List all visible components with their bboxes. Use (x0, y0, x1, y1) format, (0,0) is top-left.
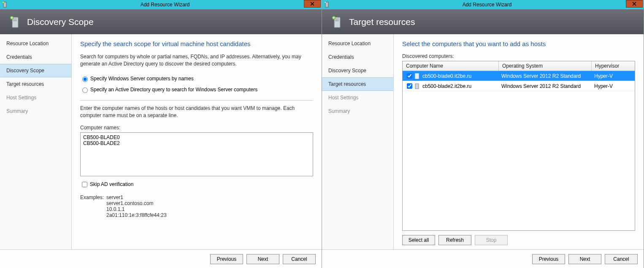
wizard-steps-sidebar: Resource LocationCredentialsDiscovery Sc… (322, 34, 394, 249)
table-header: Computer Name Operating System Hyperviso… (403, 61, 635, 71)
cell-hypervisor: Hyper-V (594, 83, 613, 89)
col-header-os[interactable]: Operating System (499, 61, 592, 71)
cancel-button[interactable]: Cancel (283, 254, 316, 264)
row-checkbox[interactable] (407, 83, 412, 89)
wizard-step[interactable]: Credentials (322, 50, 393, 64)
wizard-step[interactable]: Discovery Scope (0, 64, 71, 77)
wizard-step[interactable]: Target resources (0, 77, 71, 91)
examples-list: server1 server1.contoso.com 10.0.1.1 2a0… (106, 194, 167, 218)
svg-rect-19 (335, 19, 339, 19)
page-heading: Select the computers that you want to ad… (402, 40, 635, 47)
cell-computer-name: cb500-blade0.it2be.ru (422, 73, 471, 79)
close-button[interactable] (626, 0, 643, 8)
divider (80, 100, 313, 101)
server-add-icon (331, 16, 342, 28)
wizard-steps-sidebar: Resource LocationCredentialsDiscovery Sc… (0, 34, 72, 249)
svg-rect-24 (415, 74, 419, 79)
page-heading: Specify the search scope for virtual mac… (80, 40, 313, 47)
table-row[interactable]: cb500-blade0.it2be.ruWindows Server 2012… (403, 71, 635, 81)
discovered-label: Discovered computers: (402, 53, 635, 59)
cell-hypervisor: Hyper-V (594, 73, 613, 79)
svg-rect-7 (13, 19, 17, 19)
computer-names-input[interactable] (80, 132, 313, 176)
next-button[interactable]: Next (246, 254, 279, 264)
previous-button[interactable]: Previous (210, 254, 243, 264)
radio-label: Specify Windows Server computers by name… (90, 76, 194, 82)
wizard-header: Discovery Scope (0, 9, 322, 34)
header-title: Target resources (349, 17, 415, 27)
header-title: Discovery Scope (27, 17, 94, 27)
main-panel: Select the computers that you want to ad… (394, 34, 644, 249)
wizard-step: Summary (0, 104, 71, 118)
row-checkbox[interactable] (407, 73, 412, 79)
server-icon (414, 73, 420, 79)
wizard-step: Host Settings (0, 91, 71, 104)
table-body: cb500-blade0.it2be.ruWindows Server 2012… (403, 71, 635, 230)
previous-button[interactable]: Previous (532, 254, 565, 264)
wizard-window-target-resources: Add Resource Wizard Target resources Res… (322, 0, 644, 268)
radio-input[interactable] (82, 88, 88, 93)
wizard-footer: Previous Next Cancel (0, 249, 322, 268)
discovered-computers-table: Computer Name Operating System Hyperviso… (402, 61, 635, 231)
svg-rect-8 (13, 20, 17, 21)
app-icon (324, 1, 330, 8)
radio-specify-names[interactable]: Specify Windows Server computers by name… (80, 75, 313, 82)
col-header-name[interactable]: Computer Name (403, 61, 499, 71)
stop-button: Stop (475, 235, 508, 245)
examples-label: Examples: (80, 194, 106, 218)
window-title: Add Resource Wizard (330, 2, 644, 8)
wizard-window-discovery-scope: Add Resource Wizard Discovery Scope Reso… (0, 0, 322, 268)
window-title: Add Resource Wizard (8, 2, 322, 8)
next-button[interactable]: Next (568, 254, 601, 264)
svg-rect-0 (3, 2, 6, 7)
wizard-step[interactable]: Credentials (0, 50, 71, 64)
wizard-step[interactable]: Target resources (322, 77, 393, 91)
instruction-text: Enter the computer names of the hosts or… (80, 105, 313, 120)
wizard-footer: Previous Next Cancel (322, 249, 644, 268)
radio-ad-query[interactable]: Specify an Active Directory query to sea… (80, 86, 313, 93)
checkbox-label: Skip AD verification (90, 181, 133, 187)
main-panel: Specify the search scope for virtual mac… (72, 34, 322, 249)
radio-input[interactable] (82, 77, 88, 82)
server-add-icon (9, 16, 20, 28)
svg-rect-20 (335, 20, 339, 21)
select-all-button[interactable]: Select all (402, 235, 435, 245)
server-icon (414, 83, 420, 89)
wizard-step[interactable]: Resource Location (0, 37, 71, 50)
titlebar[interactable]: Add Resource Wizard (322, 0, 644, 9)
cell-computer-name: cb500-blade2.it2be.ru (422, 83, 471, 89)
wizard-step[interactable]: Resource Location (322, 37, 393, 50)
skip-ad-checkbox[interactable]: Skip AD verification (80, 180, 313, 189)
titlebar[interactable]: Add Resource Wizard (0, 0, 322, 9)
svg-rect-25 (415, 84, 419, 89)
refresh-button[interactable]: Refresh (438, 235, 471, 245)
close-button[interactable] (304, 0, 321, 8)
page-description: Search for computers by whole or partial… (80, 53, 313, 68)
cell-os: Windows Server 2012 R2 Standard (501, 73, 581, 79)
table-row[interactable]: cb500-blade2.it2be.ruWindows Server 2012… (403, 81, 635, 91)
wizard-step: Host Settings (322, 91, 393, 104)
svg-rect-12 (325, 2, 328, 7)
checkbox-input[interactable] (82, 182, 87, 187)
radio-label: Specify an Active Directory query to sea… (90, 87, 257, 93)
cancel-button[interactable]: Cancel (605, 254, 638, 264)
wizard-step[interactable]: Discovery Scope (322, 64, 393, 77)
computer-names-label: Computer names: (80, 125, 313, 131)
app-icon (2, 1, 8, 8)
wizard-header: Target resources (322, 9, 644, 34)
wizard-step: Summary (322, 104, 393, 118)
col-header-hypervisor[interactable]: Hypervisor (592, 61, 635, 71)
cell-os: Windows Server 2012 R2 Standard (501, 83, 581, 89)
